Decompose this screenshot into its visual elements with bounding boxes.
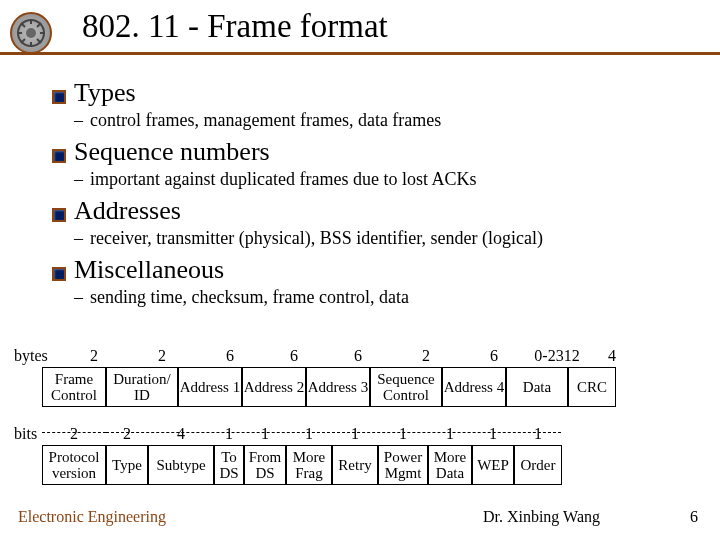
field-size: 1 <box>514 425 562 443</box>
field-size: 0-2312 <box>526 347 588 365</box>
bytes-label: bytes <box>14 347 48 365</box>
field-cell: Subtype <box>148 445 214 485</box>
svg-line-8 <box>37 23 41 27</box>
field-cell: Address 1 <box>178 367 242 407</box>
bullet-sub: sending time, checksum, frame control, d… <box>52 287 692 308</box>
institution-logo <box>10 12 52 54</box>
field-size: 1 <box>214 425 244 443</box>
field-size: 1 <box>244 425 286 443</box>
field-size: 1 <box>332 425 378 443</box>
bullet-main: Sequence numbers <box>52 137 692 167</box>
footer-author: Dr. Xinbing Wang <box>483 508 600 526</box>
bullet-sub: important against duplicated frames due … <box>52 169 692 190</box>
svg-line-6 <box>37 39 41 43</box>
field-size: 2 <box>42 425 106 443</box>
field-cell: Data <box>506 367 568 407</box>
bullet-list: Typescontrol frames, management frames, … <box>52 78 692 314</box>
bullet-sub: control frames, management frames, data … <box>52 110 692 131</box>
field-cell: Protocol version <box>42 445 106 485</box>
field-cell: CRC <box>568 367 616 407</box>
bullet-main: Addresses <box>52 196 692 226</box>
svg-point-9 <box>26 28 36 38</box>
field-size: 6 <box>462 347 526 365</box>
header-divider <box>0 52 720 55</box>
svg-line-7 <box>21 39 25 43</box>
field-size: 6 <box>262 347 326 365</box>
field-cell: Address 3 <box>306 367 370 407</box>
field-size: 1 <box>286 425 332 443</box>
field-size: 2 <box>106 425 148 443</box>
field-size: 2 <box>62 347 126 365</box>
field-cell: Power Mgmt <box>378 445 428 485</box>
field-size: 4 <box>588 347 636 365</box>
field-size: 6 <box>326 347 390 365</box>
bytes-header-row: 22666260-23124 <box>62 347 636 365</box>
bullet-main: Miscellaneous <box>52 255 692 285</box>
page-number: 6 <box>690 508 698 526</box>
slide-title: 802. 11 - Frame format <box>82 8 388 45</box>
bullet-sub: receiver, transmitter (physical), BSS id… <box>52 228 692 249</box>
field-size: 1 <box>472 425 514 443</box>
gear-icon <box>15 17 47 49</box>
field-cell: Address 4 <box>442 367 506 407</box>
field-cell: Type <box>106 445 148 485</box>
field-cell: Duration/ ID <box>106 367 178 407</box>
field-cell: More Frag <box>286 445 332 485</box>
field-size: 1 <box>378 425 428 443</box>
field-size: 2 <box>126 347 198 365</box>
bullet-main: Types <box>52 78 692 108</box>
field-cell: To DS <box>214 445 244 485</box>
field-cell: Frame Control <box>42 367 106 407</box>
bytes-table: Frame ControlDuration/ IDAddress 1Addres… <box>42 367 616 407</box>
field-size: 4 <box>148 425 214 443</box>
bits-header-row: 22411111111 <box>42 425 562 443</box>
svg-line-5 <box>21 23 25 27</box>
bits-table: Protocol versionTypeSubtypeTo DSFrom DSM… <box>42 445 562 485</box>
field-cell: WEP <box>472 445 514 485</box>
field-size: 6 <box>198 347 262 365</box>
field-cell: More Data <box>428 445 472 485</box>
field-cell: Address 2 <box>242 367 306 407</box>
field-size: 1 <box>428 425 472 443</box>
field-cell: Order <box>514 445 562 485</box>
field-size: 2 <box>390 347 462 365</box>
bits-label: bits <box>14 425 37 443</box>
footer-department: Electronic Engineering <box>18 508 166 526</box>
field-cell: Retry <box>332 445 378 485</box>
field-cell: Sequence Control <box>370 367 442 407</box>
field-cell: From DS <box>244 445 286 485</box>
